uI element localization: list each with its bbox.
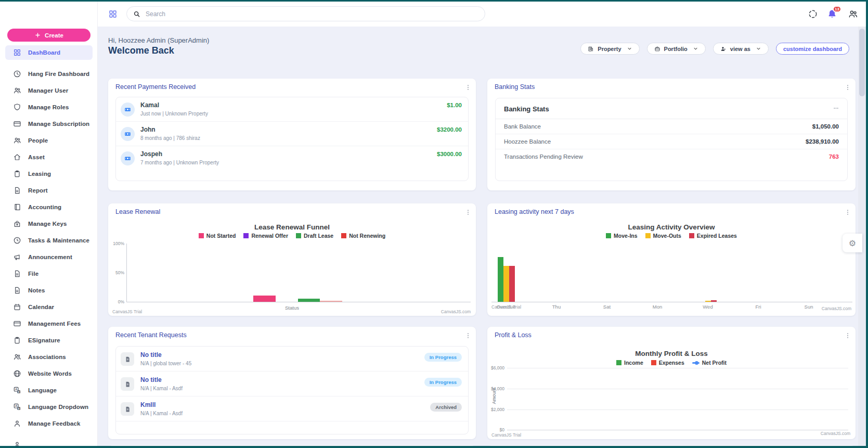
chart-title: Leasing Activity Overview xyxy=(487,223,856,231)
svg-text:文: 文 xyxy=(17,407,20,410)
sidebar-item-manage-feedback[interactable]: Manage Feedback xyxy=(0,415,98,432)
y-tick: $6,000 xyxy=(491,365,504,370)
kebab-menu-icon[interactable] xyxy=(844,208,851,216)
key-box-icon xyxy=(13,220,21,228)
sidebar-item-label: ESignature xyxy=(28,337,60,343)
sidebar-item-label: People xyxy=(28,137,48,144)
users-icon xyxy=(13,136,21,145)
sidebar-item-management-fees[interactable]: Management Fees xyxy=(0,315,98,332)
sidebar-item-notes[interactable]: Notes xyxy=(0,282,98,299)
search-bar[interactable] xyxy=(126,6,485,21)
legend-label: Move-Ins xyxy=(614,233,638,239)
users-icon xyxy=(13,86,21,95)
sidebar-item-leasing[interactable]: Leasing xyxy=(0,165,98,182)
view-as-button[interactable]: view as xyxy=(713,43,769,55)
sidebar-item-label: Leasing xyxy=(28,171,51,177)
legend-item-renewal-offer[interactable]: Renewal Offer xyxy=(243,233,288,239)
sidebar-item-label: Manage Subscription xyxy=(28,121,89,127)
portfolio-button[interactable]: Portfolio xyxy=(647,43,706,55)
card-title: Leasing activity next 7 days xyxy=(495,208,574,215)
legend-item-expired-leases[interactable]: Expired Leases xyxy=(689,233,737,239)
card-title: Profit & Loss xyxy=(495,331,532,339)
payment-meta: Just now | Unknown Property xyxy=(140,111,208,117)
dashboard-settings-button[interactable]: ⚙ xyxy=(843,234,862,252)
sidebar-item-asset[interactable]: Asset xyxy=(0,149,98,165)
tenant-request-row[interactable]: No titleN/A | Kamal - AsdfIn Progress xyxy=(116,372,468,396)
header-actions: PropertyPortfolioview ascustomize dashbo… xyxy=(580,43,849,55)
status-badge: In Progress xyxy=(424,353,462,362)
sidebar-item-people[interactable]: People xyxy=(0,132,98,149)
sidebar-item-tasks-maintenance[interactable]: Tasks & Maintenance xyxy=(0,232,98,249)
file-doc-icon xyxy=(124,356,131,363)
payment-row[interactable]: John8 months ago | 786 shiraz$3200.00 xyxy=(116,122,468,146)
sidebar-item-announcement[interactable]: Announcement xyxy=(0,249,98,265)
sidebar-item-manage-keys[interactable]: Manage Keys xyxy=(0,215,98,232)
sidebar-item-manage-roles[interactable]: Manage Roles xyxy=(0,99,98,116)
sidebar-item-language[interactable]: A文Language xyxy=(0,382,98,399)
sidebar-item-accounting[interactable]: Accounting xyxy=(0,199,98,215)
sidebar-item-website-words[interactable]: Website Words xyxy=(0,365,98,382)
banking-row-value: $1,050.00 xyxy=(812,123,839,130)
payment-name: John xyxy=(140,126,156,133)
payment-row[interactable]: Jospeh7 months ago | Unknown Property$30… xyxy=(116,146,468,171)
sidebar-item-dashboard[interactable]: DashBoard xyxy=(5,45,93,60)
create-button[interactable]: Create xyxy=(7,29,90,42)
kebab-menu-icon[interactable] xyxy=(464,208,472,216)
x-tick-mon: Mon xyxy=(653,304,662,310)
sidebar-item-manage-subscription[interactable]: Manage Subscription xyxy=(0,116,98,132)
legend-item-not-started[interactable]: Not Started xyxy=(199,233,236,239)
sidebar-item-file[interactable]: File xyxy=(0,265,98,282)
sidebar-item-report[interactable]: Report xyxy=(0,182,98,199)
y-tick: 50% xyxy=(115,270,124,275)
sidebar-item-esignature[interactable]: ESignature xyxy=(0,332,98,349)
ellipsis-menu-icon[interactable] xyxy=(832,105,840,111)
kebab-menu-icon[interactable] xyxy=(464,331,472,340)
legend-label: Net Profit xyxy=(702,360,727,366)
profit-loss-card: Profit & Loss Monthly Profit & Loss Inco… xyxy=(487,327,856,439)
kebab-menu-icon[interactable] xyxy=(844,331,851,340)
tenant-request-row[interactable]: KmlllN/A | Kamal - AsdfArchived xyxy=(116,396,468,421)
kebab-menu-icon[interactable] xyxy=(464,83,472,92)
sidebar-item-language-dropdown[interactable]: A文Language Dropdown xyxy=(0,399,98,415)
customize-dashboard-button[interactable]: customize dashboard xyxy=(776,43,849,55)
document-icon xyxy=(13,286,21,295)
legend-item-move-outs[interactable]: Move-Outs xyxy=(645,233,681,239)
canvasjs-site-watermark: CanvasJS.com xyxy=(441,309,471,314)
sidebar-item-associations[interactable]: Associations xyxy=(0,349,98,365)
sidebar-item-manager-user[interactable]: Manager User xyxy=(0,82,98,99)
y-tick: 100% xyxy=(113,241,124,246)
legend-item-not-renewing[interactable]: Not Renewing xyxy=(341,233,385,239)
fullscreen-scan-icon[interactable] xyxy=(808,9,818,19)
banking-row-value: $238,910.00 xyxy=(806,138,839,145)
apps-grid-icon[interactable] xyxy=(108,9,118,19)
search-input[interactable] xyxy=(145,10,478,18)
x-tick-thu: Thu xyxy=(552,304,561,310)
leasing-activity-card: Leasing activity next 7 days Leasing Act… xyxy=(487,203,856,316)
greeting-text: Hi, Hoozzee Admin (SuperAdmin) xyxy=(108,36,209,44)
legend-item-move-ins[interactable]: Move-Ins xyxy=(606,233,638,239)
tenant-request-row[interactable]: No titleN/A | global tower - 45In Progre… xyxy=(116,347,468,372)
credit-card-icon xyxy=(13,120,21,128)
property-button[interactable]: Property xyxy=(580,43,639,55)
account-users-icon[interactable] xyxy=(848,9,858,19)
main-content: Hi, Hoozzee Admin (SuperAdmin) Welcome B… xyxy=(98,27,866,447)
kebab-menu-icon[interactable] xyxy=(844,83,851,92)
scrollbar-thumb[interactable] xyxy=(859,29,865,96)
legend-item-income[interactable]: Income xyxy=(616,360,643,366)
payment-avatar xyxy=(121,127,135,141)
legend-item-net-profit[interactable]: Net Profit xyxy=(692,360,727,366)
legend-item-expenses[interactable]: Expenses xyxy=(651,360,684,366)
sidebar-item-partial[interactable] xyxy=(0,437,25,448)
sidebar-item-label: Manage Feedback xyxy=(28,420,81,427)
book-icon xyxy=(13,203,21,211)
clipboard-icon xyxy=(13,336,21,344)
banking-row-label: Transactions Pending Review xyxy=(504,153,583,160)
button-label: view as xyxy=(730,46,750,52)
payment-row[interactable]: KamalJust now | Unknown Property$1.00 xyxy=(116,97,468,122)
sidebar-item-calendar[interactable]: Calendar xyxy=(0,299,98,315)
page-title: Welcome Back xyxy=(108,45,174,56)
clock-icon xyxy=(13,70,21,78)
svg-text:A: A xyxy=(15,388,18,391)
sidebar-item-hang-fire-dashboard[interactable]: Hang Fire Dashboard xyxy=(0,66,98,82)
legend-item-draft-lease[interactable]: Draft Lease xyxy=(296,233,333,239)
